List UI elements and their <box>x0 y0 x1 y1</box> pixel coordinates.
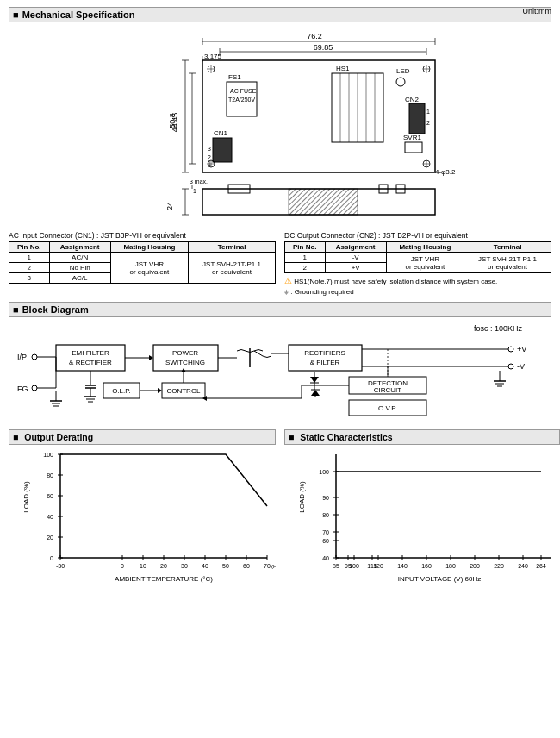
charts-row: Output Derating LOAD (%) 0 20 40 <box>9 429 551 585</box>
svg-text:I/P: I/P <box>17 353 27 361</box>
svg-text:CN1: CN1 <box>214 129 228 137</box>
svg-text:40: 40 <box>202 563 208 569</box>
svg-text:3 max.: 3 max. <box>190 180 208 184</box>
svg-text:44.45: 44.45 <box>171 113 179 133</box>
svg-text:FS1: FS1 <box>228 73 241 81</box>
svg-text:LED: LED <box>396 67 410 75</box>
svg-text:CIRCUIT: CIRCUIT <box>374 386 402 394</box>
svg-marker-130 <box>311 390 320 396</box>
svg-point-35 <box>396 78 405 86</box>
svg-text:60: 60 <box>47 493 53 499</box>
svg-rect-23 <box>213 138 232 162</box>
svg-text:CONTROL: CONTROL <box>166 387 201 395</box>
svg-text:POWER: POWER <box>172 349 198 357</box>
svg-rect-58 <box>289 189 358 215</box>
svg-point-90 <box>508 364 513 369</box>
block-diagram-container: fosc : 100KHz I/P EMI FILTER & RECTIFIER… <box>9 321 551 424</box>
svg-text:20: 20 <box>160 563 167 569</box>
mech-top-diagram: 76.2 69.85 3.175 50.8 <box>9 26 551 185</box>
svg-text:85: 85 <box>333 563 339 569</box>
ys-label: LOAD (%) <box>298 481 306 512</box>
svg-text:60: 60 <box>322 538 329 544</box>
static-char-title: Static Characteristics <box>284 429 560 445</box>
svg-text:SVR1: SVR1 <box>403 134 421 141</box>
cn2-block: DC Output Connector (CN2) : JST B2P-VH o… <box>284 231 551 297</box>
svg-text:(HORIZONTAL): (HORIZONTAL) <box>271 564 276 569</box>
svg-text:24: 24 <box>165 202 174 210</box>
svg-text:-V: -V <box>517 362 525 371</box>
fosc-label: fosc : 100KHz <box>474 324 523 333</box>
svg-rect-37 <box>409 103 425 134</box>
output-derating-block: Output Derating LOAD (%) 0 20 40 <box>9 429 276 585</box>
cn2-row-1: 1-VJST VHRor equivalentJST SVH-21T-P1.1o… <box>285 253 551 263</box>
svg-text:100: 100 <box>319 469 329 475</box>
svg-text:20: 20 <box>47 535 53 541</box>
svg-text:HS1: HS1 <box>336 65 350 72</box>
svg-text:60: 60 <box>243 563 250 569</box>
cn1-table: Pin No. Assignment Mating Housing Termin… <box>9 241 276 284</box>
svg-marker-76 <box>149 355 153 360</box>
static-char-chart: LOAD (%) 40 60 70 80 90 <box>310 450 560 585</box>
svg-text:120: 120 <box>373 563 383 569</box>
svg-text:O.V.P.: O.V.P. <box>378 404 397 412</box>
svg-text:1: 1 <box>193 188 196 194</box>
svg-text:SWITCHING: SWITCHING <box>165 359 205 366</box>
mech-side-svg: 24 3 max. 1 <box>99 180 461 228</box>
cn2-h3: Mating Housing <box>386 242 464 253</box>
cn1-title: AC Input Connector (CN1) : JST B3P-VH or… <box>9 231 276 240</box>
svg-text:& RECTIFIER: & RECTIFIER <box>69 359 112 366</box>
note-hs1: ⚠ HS1(Note.7) must have safety isolation… <box>284 275 551 297</box>
mechanical-title: Mechanical Specification <box>22 9 135 20</box>
cn1-h4: Terminal <box>189 242 276 253</box>
svg-text:EMI FILTER: EMI FILTER <box>72 349 109 357</box>
cn1-h1: Pin No. <box>9 242 50 253</box>
block-diagram-section: Block Diagram fosc : 100KHz I/P EMI FILT… <box>9 302 551 424</box>
svg-text:0: 0 <box>121 563 124 569</box>
svg-text:69.85: 69.85 <box>314 43 333 52</box>
cn1-block: AC Input Connector (CN1) : JST B3P-VH or… <box>9 231 276 297</box>
svg-text:30: 30 <box>181 563 188 569</box>
cn2-h2: Assignment <box>325 242 386 253</box>
cn2-h1: Pin No. <box>285 242 326 253</box>
svg-text:+V: +V <box>517 345 526 353</box>
block-diagram-svg: fosc : 100KHz I/P EMI FILTER & RECTIFIER… <box>9 321 551 422</box>
svg-rect-41 <box>405 142 422 153</box>
svg-text:80: 80 <box>47 472 53 478</box>
svg-text:50: 50 <box>222 563 229 569</box>
svg-point-93 <box>32 385 37 391</box>
svg-text:INPUT VOLTAGE (V) 60Hz: INPUT VOLTAGE (V) 60Hz <box>398 575 481 583</box>
unit-label: Unit:mm <box>523 7 552 16</box>
svg-text:240: 240 <box>518 563 528 569</box>
svg-text:264: 264 <box>536 563 546 569</box>
svg-text:70: 70 <box>322 529 329 535</box>
block-diagram-title: Block Diagram <box>22 304 89 315</box>
cn1-h3: Mating Housing <box>110 242 188 253</box>
output-derating-title: Output Derating <box>9 429 276 445</box>
svg-text:FG: FG <box>17 385 28 393</box>
svg-text:40: 40 <box>47 514 53 520</box>
mech-top-svg: 76.2 69.85 3.175 50.8 <box>99 26 461 185</box>
block-diagram-header: Block Diagram <box>9 302 551 317</box>
cn2-title: DC Output Connector (CN2) : JST B2P-VH o… <box>284 231 551 240</box>
svg-text:220: 220 <box>494 563 504 569</box>
svg-text:10: 10 <box>140 563 146 569</box>
yd-label: LOAD (%) <box>22 481 30 512</box>
svg-text:AC FUSE: AC FUSE <box>230 88 257 94</box>
svg-text:3: 3 <box>208 146 211 152</box>
derating-svg: 0 20 40 60 80 100 -30 <box>34 450 276 584</box>
svg-text:100: 100 <box>43 452 53 458</box>
svg-text:40: 40 <box>322 555 329 561</box>
svg-text:3.175: 3.175 <box>204 53 222 60</box>
svg-text:100: 100 <box>349 563 359 569</box>
mechanical-header: Mechanical Specification <box>9 7 551 22</box>
svg-text:CN2: CN2 <box>405 96 420 103</box>
svg-text:80: 80 <box>322 512 329 518</box>
svg-text:O.L.P.: O.L.P. <box>112 387 131 395</box>
svg-text:1: 1 <box>426 109 430 115</box>
svg-text:140: 140 <box>397 563 408 569</box>
static-char-block: Static Characteristics LOAD (%) 40 60 70 <box>284 429 560 585</box>
connector-tables: AC Input Connector (CN1) : JST B3P-VH or… <box>9 231 551 297</box>
svg-text:T2A/250V: T2A/250V <box>228 97 255 103</box>
svg-text:0: 0 <box>50 555 53 561</box>
mech-side-diagram: 24 3 max. 1 <box>9 180 551 228</box>
